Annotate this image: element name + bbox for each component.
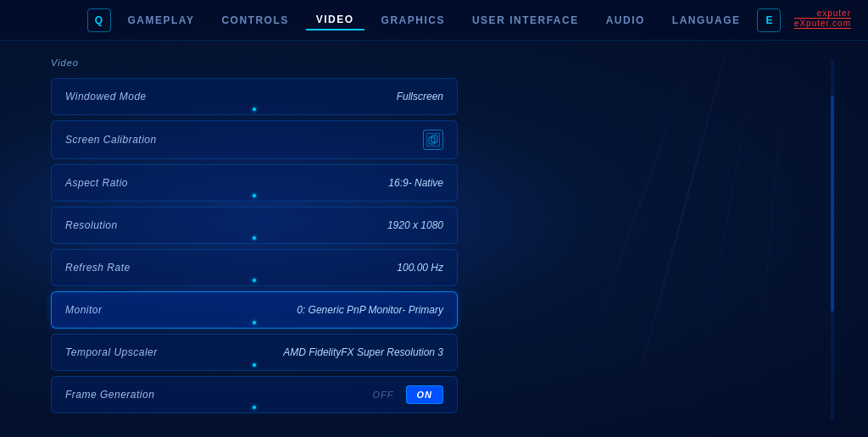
setting-value-windowed-mode: Fullscreen — [397, 91, 443, 102]
ray-3 — [564, 0, 715, 411]
dot-indicator-temporal-upscaler — [253, 363, 256, 367]
nav-item-audio[interactable]: AUDIO — [596, 11, 655, 30]
dot-indicator-windowed-mode — [253, 108, 256, 111]
copy-icon-svg — [428, 135, 438, 145]
setting-row-windowed-mode[interactable]: Windowed Mode Fullscreen — [51, 78, 458, 115]
setting-label-windowed-mode: Windowed Mode — [65, 91, 147, 102]
setting-label-resolution: Resolution — [65, 219, 118, 231]
logo: exputer eXputer.com — [794, 8, 851, 29]
ray-1 — [626, 0, 740, 423]
dot-indicator-aspect-ratio — [253, 194, 256, 197]
setting-row-resolution[interactable]: Resolution 1920 x 1080 — [51, 207, 458, 244]
logo-tagline: eXputer.com — [794, 19, 851, 29]
settings-list: Windowed Mode Fullscreen Screen Calibrat… — [51, 78, 458, 413]
logo-text: exputer — [794, 8, 851, 19]
setting-row-monitor[interactable]: Monitor 0: Generic PnP Monitor- Primary — [51, 291, 458, 329]
setting-value-resolution: 1920 x 1080 — [387, 219, 443, 231]
setting-value-temporal-upscaler: AMD FidelityFX Super Resolution 3 — [283, 346, 443, 358]
ray-4 — [752, 0, 792, 435]
nav-item-graphics[interactable]: GRAPHICS — [371, 11, 455, 30]
setting-row-screen-calibration[interactable]: Screen Calibration — [51, 120, 458, 159]
dot-indicator-monitor — [253, 321, 256, 324]
setting-label-frame-generation: Frame Generation — [65, 389, 154, 401]
svg-rect-1 — [431, 136, 437, 142]
setting-row-aspect-ratio[interactable]: Aspect Ratio 16:9- Native — [51, 164, 458, 202]
setting-label-screen-calibration: Screen Calibration — [65, 134, 157, 146]
setting-value-text-resolution: 1920 x 1080 — [387, 219, 443, 231]
setting-value-monitor: 0: Generic PnP Monitor- Primary — [297, 304, 443, 316]
setting-label-aspect-ratio: Aspect Ratio — [65, 177, 128, 189]
nav-left-icon[interactable]: Q — [87, 8, 111, 32]
setting-value-text-temporal-upscaler: AMD FidelityFX Super Resolution 3 — [283, 346, 443, 358]
section-label: Video — [51, 58, 458, 68]
top-nav: Q GAMEPLAY CONTROLS VIDEO GRAPHICS USER … — [0, 0, 868, 41]
nav-item-controls[interactable]: CONTROLS — [211, 11, 298, 30]
setting-value-text-windowed-mode: Fullscreen — [397, 91, 443, 102]
setting-value-text-refresh-rate: 100.00 Hz — [397, 262, 443, 274]
svg-rect-0 — [429, 137, 435, 144]
setting-value-text-monitor: 0: Generic PnP Monitor- Primary — [297, 304, 443, 316]
dot-indicator-resolution — [253, 236, 256, 240]
nav-item-video[interactable]: VIDEO — [306, 10, 364, 30]
setting-value-refresh-rate: 100.00 Hz — [397, 262, 443, 274]
setting-value-text-aspect-ratio: 16:9- Native — [388, 177, 443, 189]
nav-item-gameplay[interactable]: GAMEPLAY — [118, 11, 205, 30]
nav-item-user-interface[interactable]: USER INTERFACE — [462, 11, 589, 30]
setting-row-temporal-upscaler[interactable]: Temporal Upscaler AMD FidelityFX Super R… — [51, 334, 458, 371]
ray-2 — [689, 0, 766, 430]
scroll-indicator[interactable] — [831, 59, 834, 420]
toggle-on-label: ON — [406, 385, 444, 404]
calibration-icon[interactable] — [423, 130, 443, 150]
dot-indicator-frame-generation — [253, 406, 256, 409]
main-content: Video Windowed Mode Fullscreen Screen Ca… — [0, 41, 509, 430]
setting-label-monitor: Monitor — [65, 304, 103, 316]
setting-label-refresh-rate: Refresh Rate — [65, 262, 131, 274]
setting-row-refresh-rate[interactable]: Refresh Rate 100.00 Hz — [51, 249, 458, 286]
nav-item-language[interactable]: LANGUAGE — [662, 11, 751, 30]
setting-row-frame-generation[interactable]: Frame Generation OFF ON — [51, 376, 458, 413]
dot-indicator-refresh-rate — [253, 279, 256, 282]
setting-label-temporal-upscaler: Temporal Upscaler — [65, 346, 158, 358]
toggle-frame-generation[interactable]: OFF ON — [363, 385, 444, 404]
toggle-off-label: OFF — [363, 386, 404, 403]
nav-right-icon[interactable]: E — [757, 8, 781, 32]
scroll-thumb — [831, 96, 834, 313]
nav-items: Q GAMEPLAY CONTROLS VIDEO GRAPHICS USER … — [87, 8, 782, 32]
setting-value-aspect-ratio: 16:9- Native — [388, 177, 443, 189]
